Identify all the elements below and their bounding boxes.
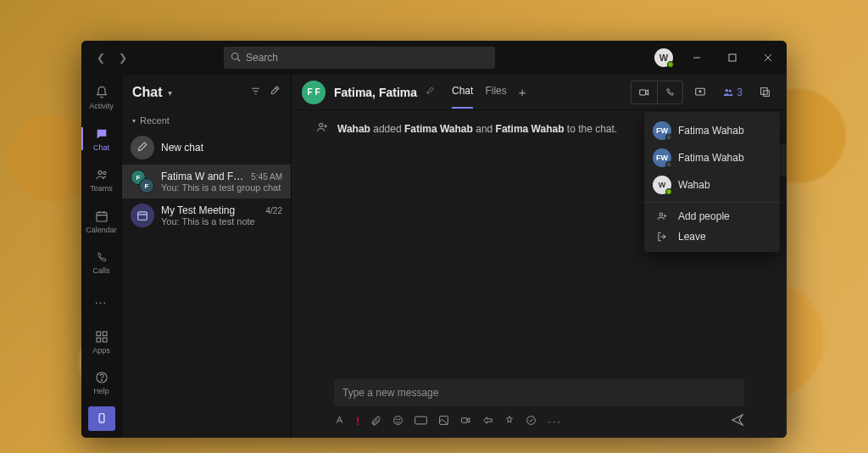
rail-calendar[interactable]: Calendar <box>81 203 122 238</box>
more-compose-button[interactable]: ··· <box>548 415 562 428</box>
message-input[interactable]: Type a new message <box>334 379 744 406</box>
rail-mobile-button[interactable] <box>88 406 115 432</box>
back-button[interactable]: ❮ <box>92 48 110 67</box>
rail-more[interactable]: … <box>81 285 122 313</box>
message-composer: Type a new message ! ··· <box>292 372 787 438</box>
teams-app-window: ❮ ❯ Search W Activity <box>81 41 787 438</box>
avatar: W <box>653 176 671 194</box>
svg-point-40 <box>397 418 398 419</box>
avatar: FW <box>653 121 671 140</box>
participant-item[interactable]: FW Fatima Wahab <box>644 144 780 171</box>
person-added-icon <box>315 120 329 137</box>
search-icon <box>231 52 241 64</box>
participants-button[interactable]: 3 <box>717 87 748 98</box>
gif-button[interactable] <box>415 415 427 428</box>
participant-item[interactable]: W Wahab <box>644 171 780 199</box>
rail-calls[interactable]: Calls <box>81 244 122 280</box>
svg-rect-8 <box>97 212 107 221</box>
call-button-group <box>631 81 683 104</box>
svg-point-39 <box>394 416 403 424</box>
svg-rect-13 <box>103 332 107 336</box>
svg-point-0 <box>232 53 239 59</box>
rail-teams[interactable]: Teams <box>81 162 122 198</box>
presence-indicator <box>665 161 672 168</box>
chat-list-panel: Chat ▾ ▾ Recent <box>122 75 292 438</box>
chat-icon <box>94 126 109 142</box>
conversation-title: Fatima, Fatima <box>334 86 417 99</box>
chat-row-group[interactable]: FF Fatima W and Fatima W 5:45 AM You: Th… <box>122 165 291 199</box>
svg-rect-3 <box>729 54 736 61</box>
meet-now-button[interactable] <box>460 415 471 428</box>
svg-rect-26 <box>640 90 646 95</box>
close-button[interactable] <box>756 46 780 70</box>
conversation-avatar: F F <box>302 81 326 104</box>
chat-list-header: Chat ▾ <box>122 75 291 110</box>
svg-point-6 <box>98 171 102 175</box>
participants-dropdown: FW Fatima Wahab FW Fatima Wahab <box>644 112 780 252</box>
add-tab-button[interactable]: + <box>519 85 526 99</box>
svg-point-45 <box>527 416 536 424</box>
svg-rect-24 <box>138 212 147 220</box>
divider <box>644 202 780 203</box>
app-rail: Activity Chat Teams Calendar <box>81 75 122 438</box>
leave-item[interactable]: Leave <box>644 226 780 247</box>
rail-activity[interactable]: Activity <box>81 80 122 115</box>
search-placeholder: Search <box>246 52 278 64</box>
maximize-button[interactable] <box>721 46 744 70</box>
emoji-button[interactable] <box>392 415 403 428</box>
svg-rect-30 <box>760 88 767 95</box>
svg-point-28 <box>726 88 729 92</box>
svg-rect-31 <box>763 91 769 97</box>
avatar: FW <box>653 148 671 167</box>
help-icon <box>94 370 109 385</box>
presence-indicator <box>665 134 672 141</box>
priority-button[interactable]: ! <box>356 415 359 428</box>
edit-title-button[interactable] <box>426 87 435 98</box>
svg-point-29 <box>729 89 732 92</box>
minimize-button[interactable] <box>685 46 709 70</box>
tab-files[interactable]: Files <box>485 85 506 99</box>
attach-button[interactable] <box>370 415 381 428</box>
svg-line-1 <box>237 59 240 61</box>
popout-button[interactable] <box>753 81 776 103</box>
audio-call-button[interactable] <box>657 81 682 103</box>
compose-icon <box>131 136 154 159</box>
video-call-button[interactable] <box>632 81 657 103</box>
conversation-header: F F Fatima, Fatima Chat Files + <box>292 75 787 110</box>
chat-row-meeting[interactable]: My Test Meeting 4/22 You: This is a test… <box>122 199 291 232</box>
new-chat-button[interactable] <box>270 86 281 99</box>
current-user-avatar[interactable]: W <box>654 48 673 67</box>
forward-button[interactable]: ❯ <box>114 48 132 67</box>
svg-point-32 <box>659 213 663 216</box>
section-recent[interactable]: ▾ Recent <box>122 110 291 131</box>
meeting-icon <box>131 204 154 227</box>
svg-rect-14 <box>97 338 101 342</box>
approvals-button[interactable] <box>526 415 537 428</box>
apps-icon <box>94 329 109 344</box>
stream-button[interactable] <box>482 415 493 428</box>
participant-item[interactable]: FW Fatima Wahab <box>644 117 780 144</box>
bell-icon <box>94 85 109 100</box>
search-input[interactable]: Search <box>224 47 495 69</box>
rail-chat[interactable]: Chat <box>81 120 122 156</box>
svg-point-7 <box>103 172 105 175</box>
praise-button[interactable] <box>504 415 515 428</box>
add-people-item[interactable]: Add people <box>644 206 780 226</box>
filter-button[interactable] <box>250 86 261 99</box>
calendar-icon <box>94 209 109 224</box>
share-screen-button[interactable] <box>688 81 712 103</box>
more-icon: … <box>94 292 109 307</box>
send-button[interactable] <box>731 413 744 429</box>
format-button[interactable] <box>334 415 345 428</box>
chevron-down-icon[interactable]: ▾ <box>168 88 172 98</box>
tab-chat[interactable]: Chat <box>452 85 473 99</box>
svg-rect-15 <box>103 338 107 342</box>
rail-help[interactable]: Help <box>81 365 122 400</box>
phone-icon <box>94 249 109 265</box>
svg-point-36 <box>320 123 323 126</box>
sticker-button[interactable] <box>438 415 449 428</box>
chat-list-title: Chat <box>132 85 163 100</box>
chat-row-new[interactable]: New chat <box>122 131 291 165</box>
rail-apps[interactable]: Apps <box>81 324 122 360</box>
svg-point-17 <box>101 380 102 381</box>
